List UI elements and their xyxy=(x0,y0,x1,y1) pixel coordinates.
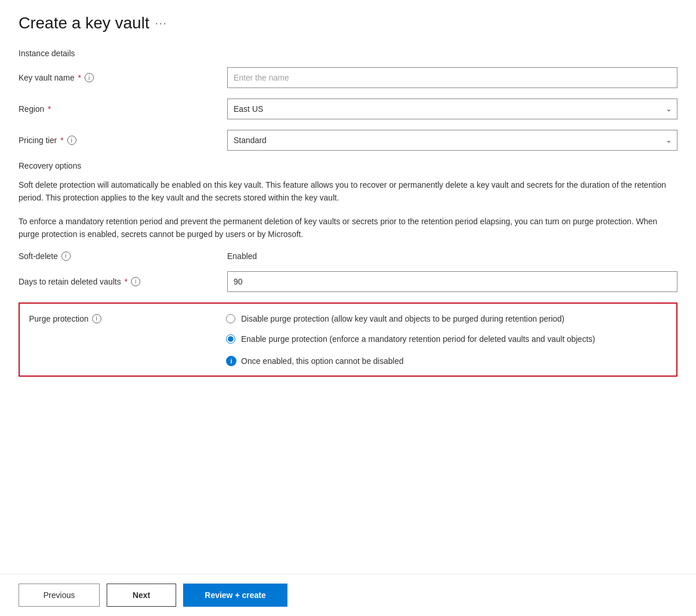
purge-disable-option: Disable purge protection (allow key vaul… xyxy=(226,313,667,325)
soft-delete-label: Soft-delete xyxy=(19,251,58,261)
key-vault-name-input[interactable] xyxy=(227,67,677,88)
pricing-tier-select[interactable]: Standard Premium xyxy=(227,130,677,151)
purge-protection-box: Purge protection i Disable purge protect… xyxy=(19,302,677,377)
purge-notice-text: Once enabled, this option cannot be disa… xyxy=(241,356,403,366)
region-label: Region xyxy=(19,104,44,114)
purge-disable-radio[interactable] xyxy=(226,314,235,323)
purge-enable-label[interactable]: Enable purge protection (enforce a manda… xyxy=(241,333,595,345)
purge-disable-label[interactable]: Disable purge protection (allow key vaul… xyxy=(241,313,564,325)
days-to-retain-input[interactable] xyxy=(227,271,677,292)
purge-notice: i Once enabled, this option cannot be di… xyxy=(226,356,667,366)
next-button[interactable]: Next xyxy=(107,584,176,607)
more-options-icon[interactable]: ··· xyxy=(155,17,167,30)
recovery-description-1: Soft delete protection will automaticall… xyxy=(19,178,677,205)
days-to-retain-required: * xyxy=(125,277,127,286)
purge-notice-info-icon: i xyxy=(226,356,236,366)
recovery-options-section: Recovery options Soft delete protection … xyxy=(19,161,677,377)
pricing-tier-select-wrapper: Standard Premium ⌄ xyxy=(227,130,677,151)
pricing-tier-label: Pricing tier xyxy=(19,136,57,145)
key-vault-name-info-icon[interactable]: i xyxy=(85,73,94,82)
recovery-options-label: Recovery options xyxy=(19,161,677,170)
region-select[interactable]: East US West US West Europe East Asia xyxy=(227,99,677,119)
pricing-tier-info-icon[interactable]: i xyxy=(67,136,76,145)
review-create-button[interactable]: Review + create xyxy=(183,584,287,607)
purge-protection-label: Purge protection xyxy=(29,314,89,323)
pricing-tier-required: * xyxy=(60,136,63,145)
instance-details-label: Instance details xyxy=(19,49,677,58)
pricing-tier-row: Pricing tier * i Standard Premium ⌄ xyxy=(19,130,677,151)
region-required: * xyxy=(48,104,50,114)
days-to-retain-info-icon[interactable]: i xyxy=(131,277,140,286)
purge-enable-radio[interactable] xyxy=(226,334,235,344)
key-vault-name-label: Key vault name xyxy=(19,73,75,82)
recovery-description-2: To enforce a mandatory retention period … xyxy=(19,215,677,241)
soft-delete-info-icon[interactable]: i xyxy=(61,251,71,261)
previous-button[interactable]: Previous xyxy=(19,584,100,607)
soft-delete-value: Enabled xyxy=(227,251,257,261)
region-select-wrapper: East US West US West Europe East Asia ⌄ xyxy=(227,99,677,119)
bottom-navigation: Previous Next Review + create xyxy=(0,574,696,616)
days-to-retain-row: Days to retain deleted vaults * i xyxy=(19,271,677,292)
region-row: Region * East US West US West Europe Eas… xyxy=(19,99,677,119)
days-to-retain-label: Days to retain deleted vaults xyxy=(19,277,121,286)
purge-protection-info-icon[interactable]: i xyxy=(92,314,101,323)
instance-details-section: Instance details Key vault name * i Regi… xyxy=(19,49,677,151)
key-vault-name-row: Key vault name * i xyxy=(19,67,677,88)
page-title: Create a key vault xyxy=(19,14,150,32)
key-vault-name-required: * xyxy=(78,73,81,82)
soft-delete-row: Soft-delete i Enabled xyxy=(19,251,677,261)
purge-enable-option: Enable purge protection (enforce a manda… xyxy=(226,333,667,345)
